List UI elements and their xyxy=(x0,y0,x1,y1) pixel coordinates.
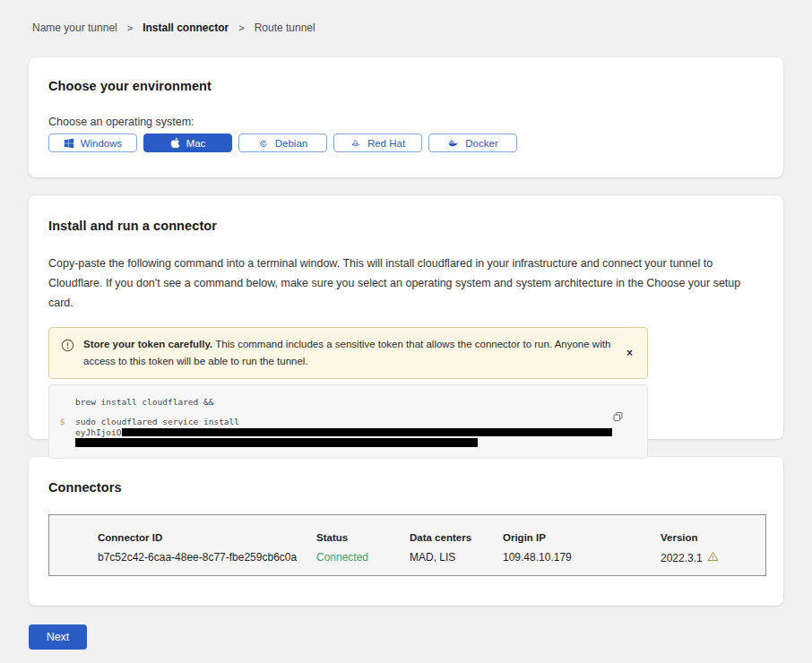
token-warning-bold: Store your token carefully. xyxy=(83,339,212,349)
column-header-data-centers: Data centers xyxy=(410,532,503,543)
alert-circle-icon xyxy=(61,339,74,356)
install-command-code-block: brew install cloudflared && $ sudo cloud… xyxy=(48,384,648,459)
data-centers-cell: MAD, LIS xyxy=(410,551,503,564)
os-button-debian[interactable]: Debian xyxy=(238,133,327,152)
table-row: b7c52c42-6caa-48ee-8c77-fbe259cb6c0a Con… xyxy=(98,551,765,564)
install-description: Copy-paste the following command into a … xyxy=(48,254,764,314)
breadcrumb-separator: > xyxy=(127,22,133,33)
version-value: 2022.3.1 xyxy=(661,552,703,564)
breadcrumb-route-tunnel[interactable]: Route tunnel xyxy=(255,22,315,34)
redacted-token-bar xyxy=(75,438,478,447)
choose-environment-card: Choose your environment Choose an operat… xyxy=(29,57,783,177)
token-warning-text: Store your token carefully. This command… xyxy=(83,336,614,370)
redhat-icon xyxy=(350,138,361,149)
debian-icon xyxy=(258,138,269,149)
origin-ip-cell: 109.48.10.179 xyxy=(503,551,661,564)
breadcrumb-separator: > xyxy=(238,22,244,33)
redacted-token-bar xyxy=(122,428,612,436)
shell-prompt: $ xyxy=(49,417,75,426)
breadcrumb-name-your-tunnel[interactable]: Name your tunnel xyxy=(32,22,117,34)
windows-icon xyxy=(64,138,74,149)
breadcrumb-install-connector[interactable]: Install connector xyxy=(143,22,229,34)
token-prefix: eyJhIjoiO xyxy=(75,427,121,437)
install-card-title: Install and run a connector xyxy=(48,219,764,233)
os-button-windows[interactable]: Windows xyxy=(48,133,137,152)
os-button-docker[interactable]: Docker xyxy=(428,133,517,152)
install-connector-card: Install and run a connector Copy-paste t… xyxy=(29,195,783,439)
warning-triangle-icon xyxy=(707,551,719,564)
column-header-connector-id: Connector ID xyxy=(98,532,316,543)
docker-icon xyxy=(447,138,459,149)
connectors-table: Connector ID Status Data centers Origin … xyxy=(48,514,766,576)
token-warning-banner: Store your token carefully. This command… xyxy=(48,327,648,379)
os-button-label: Red Hat xyxy=(367,138,405,149)
os-button-redhat[interactable]: Red Hat xyxy=(333,133,422,152)
column-header-version: Version xyxy=(661,532,765,543)
version-cell: 2022.3.1 xyxy=(661,551,765,564)
os-button-label: Windows xyxy=(81,138,123,149)
connectors-card-title: Connectors xyxy=(48,480,764,495)
code-line-sudo: sudo cloudflared service install xyxy=(75,417,239,426)
environment-card-title: Choose your environment xyxy=(48,79,764,93)
os-button-mac[interactable]: Mac xyxy=(143,133,232,152)
copy-icon[interactable] xyxy=(612,410,624,425)
close-icon[interactable]: × xyxy=(623,344,636,362)
os-button-label: Docker xyxy=(465,138,497,149)
connectors-card: Connectors Connector ID Status Data cent… xyxy=(29,457,783,606)
code-line-brew: brew install cloudflared && xyxy=(49,397,633,407)
apple-icon xyxy=(170,137,180,149)
status-badge: Connected xyxy=(316,551,410,564)
os-button-label: Debian xyxy=(275,138,307,149)
column-header-origin-ip: Origin IP xyxy=(503,532,661,543)
os-button-group: Windows Mac Debian xyxy=(48,133,764,152)
connectors-table-header: Connector ID Status Data centers Origin … xyxy=(98,532,765,543)
breadcrumb: Name your tunnel > Install connector > R… xyxy=(0,0,812,34)
column-header-status: Status xyxy=(316,532,410,543)
os-button-label: Mac xyxy=(186,138,206,149)
connector-id-cell: b7c52c42-6caa-48ee-8c77-fbe259cb6c0a xyxy=(98,551,316,564)
next-button[interactable]: Next xyxy=(29,624,87,650)
os-select-label: Choose an operating system: xyxy=(48,116,764,128)
